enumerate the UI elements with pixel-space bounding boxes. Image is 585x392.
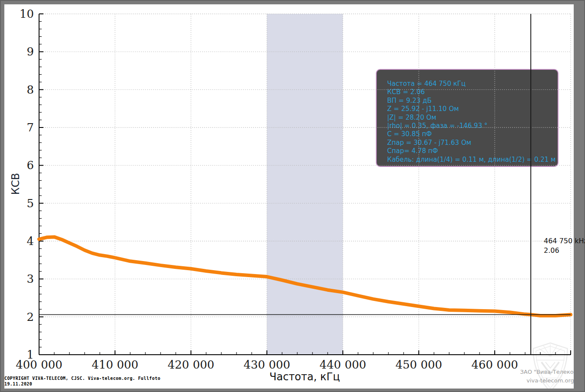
vendor-watermark: ЗАО "Вива-Телеком" viva-telecom.org bbox=[504, 368, 574, 385]
marker-vswr: 2.06 bbox=[544, 246, 585, 255]
copyright-date: 19.11.2020 bbox=[4, 381, 161, 387]
y-tick-label: 10 bbox=[20, 7, 34, 20]
y-tick-label: 7 bbox=[26, 121, 34, 134]
chart-plot-area[interactable]: 400 000410 000420 000430 000440 000450 0… bbox=[4, 4, 574, 389]
y-tick-label: 3 bbox=[26, 272, 34, 285]
x-tick-label: 410 000 bbox=[92, 358, 138, 371]
y-tick-label: 8 bbox=[26, 83, 34, 96]
y-tick-label: 1 bbox=[26, 348, 34, 361]
y-tick-label: 9 bbox=[26, 45, 34, 58]
y-tick-label: 4 bbox=[26, 235, 34, 248]
copyright-line: COPYRIGHT VIVA-TELECOM, CJSC. Viva-telec… bbox=[4, 376, 161, 381]
y-tick-label: 6 bbox=[26, 159, 34, 172]
x-tick-label: 430 000 bbox=[243, 358, 290, 371]
copyright-note: COPYRIGHT VIVA-TELECOM, CJSC. Viva-telec… bbox=[4, 376, 161, 387]
y-axis-title: КСВ bbox=[10, 167, 22, 201]
y-tick-label: 2 bbox=[26, 310, 34, 323]
x-tick-label: 450 000 bbox=[395, 358, 442, 371]
highlight-band bbox=[267, 14, 343, 355]
marker-frequency: 464 750 kHz bbox=[544, 236, 585, 246]
x-tick-label: 400 000 bbox=[16, 358, 62, 371]
x-tick-label: 420 000 bbox=[168, 358, 214, 371]
watermark-company: ЗАО "Вива-Телеком" bbox=[504, 368, 574, 376]
y-tick-label: 5 bbox=[26, 197, 34, 210]
x-tick-label: 440 000 bbox=[319, 358, 366, 371]
watermark-site: viva-telecom.org bbox=[504, 376, 574, 385]
marker-readout: 464 750 kHz 2.06 bbox=[544, 236, 585, 255]
app-window: Частота = 464 750 кГц КСВ = 2.06 ВП = 9.… bbox=[0, 0, 585, 392]
x-axis-title: Частота, кГц bbox=[218, 371, 391, 383]
chart-panel: Частота = 464 750 кГц КСВ = 2.06 ВП = 9.… bbox=[4, 4, 574, 389]
